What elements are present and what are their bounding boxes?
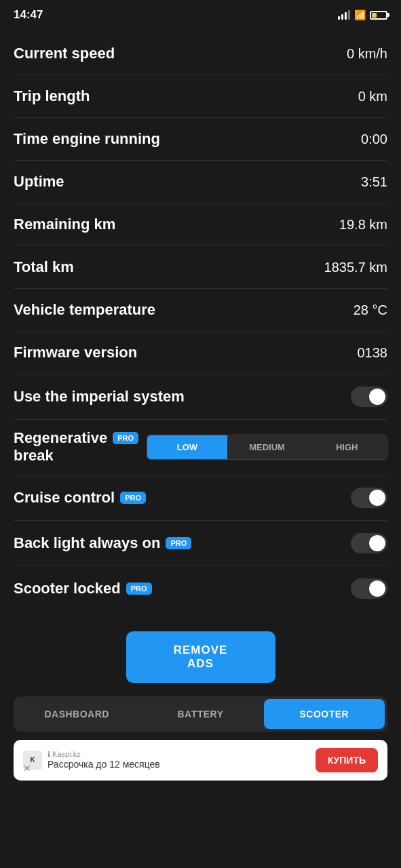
stat-row-remaining-km: Remaining km 19.8 km bbox=[14, 203, 387, 246]
ad-close-button[interactable]: ✕ bbox=[23, 763, 31, 774]
regen-label2: break bbox=[14, 447, 54, 465]
status-time: 14:47 bbox=[14, 8, 43, 22]
setting-row-scooter-locked: Scooter locked PRO bbox=[14, 566, 387, 611]
backlight-toggle-thumb bbox=[369, 535, 385, 551]
scooter-locked-pro-badge: PRO bbox=[126, 583, 152, 595]
stat-value-remaining-km: 19.8 km bbox=[339, 217, 387, 233]
tab-battery[interactable]: BATTERY bbox=[140, 699, 261, 729]
bottom-nav: DASHBOARD BATTERY SCOOTER bbox=[14, 696, 387, 732]
tab-scooter[interactable]: SCOOTER bbox=[264, 699, 385, 729]
stat-value-time-engine: 0:00 bbox=[361, 132, 387, 147]
stat-label-total-km: Total km bbox=[14, 258, 74, 276]
cruise-toggle-thumb bbox=[369, 490, 385, 506]
tab-dashboard[interactable]: DASHBOARD bbox=[16, 699, 137, 729]
ad-source-name: Kaspi.kz bbox=[52, 750, 81, 758]
battery-icon bbox=[370, 11, 387, 20]
stat-label-time-engine: Time engine running bbox=[14, 130, 160, 148]
scooter-locked-toggle-thumb bbox=[369, 580, 385, 597]
status-icons: 📶 bbox=[338, 9, 387, 20]
stat-row-total-km: Total km 1835.7 km bbox=[14, 246, 387, 289]
cruise-label-group: Cruise control PRO bbox=[14, 489, 146, 507]
ad-info-icon: ℹ bbox=[47, 750, 50, 758]
cruise-toggle-track bbox=[351, 488, 387, 508]
stat-value-total-km: 1835.7 km bbox=[324, 260, 387, 275]
remove-ads-section: REMOVE ADS bbox=[0, 611, 401, 696]
cruise-label: Cruise control bbox=[14, 489, 115, 507]
stat-label-firmware: Firmware version bbox=[14, 344, 137, 361]
stat-label-remaining-km: Remaining km bbox=[14, 216, 115, 233]
stat-value-trip-length: 0 km bbox=[358, 89, 387, 104]
ad-text-group: ℹ Kaspi.kz Рассрочка до 12 месяцев bbox=[47, 750, 160, 770]
setting-row-imperial: Use the imperial system bbox=[14, 374, 387, 420]
remove-ads-button[interactable]: REMOVE ADS bbox=[126, 631, 275, 683]
regen-option-high[interactable]: HIGH bbox=[307, 435, 387, 459]
stat-label-current-speed: Current speed bbox=[14, 45, 115, 62]
stat-value-vehicle-temp: 28 °C bbox=[354, 302, 387, 318]
regen-option-medium[interactable]: MEDIUM bbox=[227, 435, 307, 459]
ad-info: K ℹ Kaspi.kz Рассрочка до 12 месяцев bbox=[23, 750, 160, 770]
regen-label-group: Regenerative PRO break bbox=[14, 429, 138, 465]
stat-row-firmware: Firmware version 0138 bbox=[14, 332, 387, 374]
stat-value-firmware: 0138 bbox=[358, 345, 388, 361]
stat-row-vehicle-temp: Vehicle temperature 28 °C bbox=[14, 289, 387, 332]
regen-pro-badge: PRO bbox=[113, 432, 138, 444]
status-bar: 14:47 📶 bbox=[0, 0, 401, 27]
stat-row-trip-length: Trip length 0 km bbox=[14, 75, 387, 118]
regen-selector-container: LOW MEDIUM HIGH bbox=[147, 435, 387, 460]
scooter-locked-toggle-track bbox=[351, 578, 387, 599]
imperial-toggle[interactable] bbox=[351, 387, 387, 407]
ad-title: Рассрочка до 12 месяцев bbox=[47, 759, 160, 770]
stat-row-uptime: Uptime 3:51 bbox=[14, 161, 387, 203]
setting-row-cruise: Cruise control PRO bbox=[14, 475, 387, 521]
stat-label-uptime: Uptime bbox=[14, 173, 64, 191]
imperial-toggle-thumb bbox=[369, 389, 385, 405]
signal-icon bbox=[338, 10, 350, 20]
main-content: Current speed 0 km/h Trip length 0 km Ti… bbox=[0, 27, 401, 611]
wifi-icon: 📶 bbox=[354, 9, 366, 20]
scooter-locked-label: Scooter locked bbox=[14, 580, 121, 597]
regen-selector[interactable]: LOW MEDIUM HIGH bbox=[147, 435, 387, 460]
backlight-label: Back light always on bbox=[14, 534, 160, 552]
stat-label-vehicle-temp: Vehicle temperature bbox=[14, 301, 155, 319]
cruise-toggle[interactable] bbox=[351, 488, 387, 508]
imperial-label: Use the imperial system bbox=[14, 388, 185, 406]
ad-source: ℹ Kaspi.kz bbox=[47, 750, 160, 759]
scooter-locked-toggle[interactable] bbox=[351, 578, 387, 599]
imperial-toggle-track bbox=[351, 387, 387, 407]
setting-row-backlight: Back light always on PRO bbox=[14, 521, 387, 566]
regen-label: Regenerative bbox=[14, 429, 107, 447]
backlight-label-group: Back light always on PRO bbox=[14, 534, 191, 552]
backlight-toggle[interactable] bbox=[351, 533, 387, 553]
scooter-locked-label-group: Scooter locked PRO bbox=[14, 580, 152, 597]
stat-row-current-speed: Current speed 0 km/h bbox=[14, 33, 387, 75]
setting-row-regen: Regenerative PRO break LOW MEDIUM HIGH bbox=[14, 420, 387, 475]
stat-label-trip-length: Trip length bbox=[14, 87, 90, 105]
cruise-pro-badge: PRO bbox=[120, 492, 146, 504]
stat-value-uptime: 3:51 bbox=[361, 174, 387, 190]
backlight-toggle-track bbox=[351, 533, 387, 553]
ad-buy-button[interactable]: КУПИТЬ bbox=[316, 748, 378, 772]
backlight-pro-badge: PRO bbox=[166, 537, 191, 549]
stat-row-time-engine: Time engine running 0:00 bbox=[14, 118, 387, 161]
stat-value-current-speed: 0 km/h bbox=[347, 46, 387, 62]
ad-banner: K ℹ Kaspi.kz Рассрочка до 12 месяцев КУП… bbox=[14, 740, 387, 781]
regen-option-low[interactable]: LOW bbox=[147, 435, 227, 459]
